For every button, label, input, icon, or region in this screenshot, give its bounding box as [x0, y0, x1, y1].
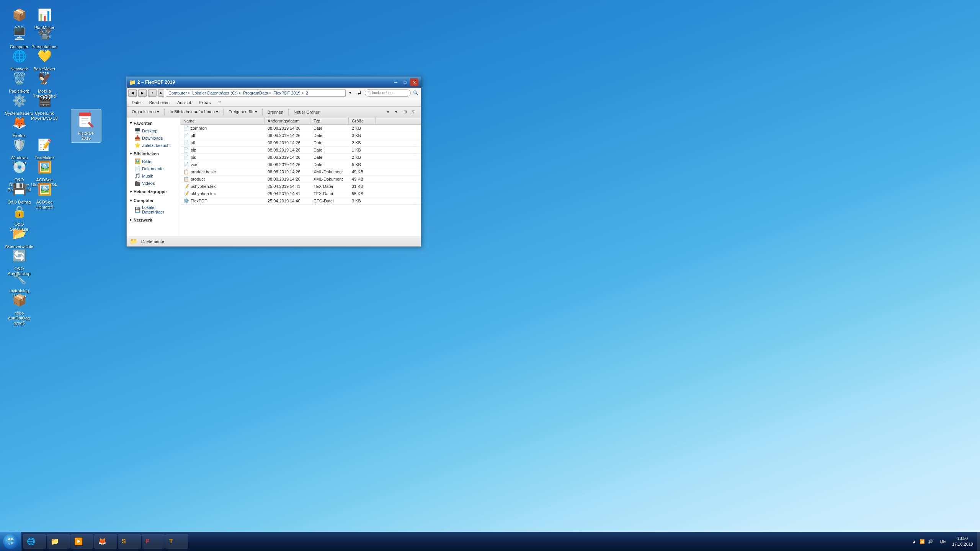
taskbar-wmp[interactable]: ▶️	[70, 534, 93, 549]
toolbar-neuer-ordner[interactable]: Neuer Ordner	[290, 108, 323, 116]
refresh-button[interactable]: ▸	[158, 89, 164, 97]
bilder-icon: 🖼️	[134, 158, 140, 164]
path-computer[interactable]: Computer	[168, 91, 187, 95]
sidebar-header-bibliotheken[interactable]: ▾ Bibliotheken	[127, 150, 180, 158]
menu-extras[interactable]: Extras	[195, 98, 214, 107]
path-2[interactable]: 2	[306, 91, 308, 95]
toolbar-freigeben[interactable]: Freigeben für ▾	[225, 108, 260, 116]
col-size[interactable]: Größe	[349, 117, 376, 124]
icon-img-acdsee-ultimate9: 🖼️	[35, 180, 54, 198]
file-row[interactable]: 📄 vce 08.08.2019 14:26 Datei 5 KB	[180, 161, 421, 168]
sidebar-header-favoriten[interactable]: ▾ Favoriten	[127, 119, 180, 127]
taskbar-ie[interactable]: 🌐	[23, 534, 46, 549]
file-row[interactable]: 📄 pff 08.08.2019 14:26 Datei 3 KB	[180, 132, 421, 139]
file-type-cell: Datei	[310, 154, 349, 161]
tray-arrows[interactable]: ▲	[912, 539, 916, 544]
col-name[interactable]: Name	[180, 117, 265, 124]
file-name: product.basic	[191, 170, 216, 174]
sidebar-zuletzt-label: Zuletzt besucht	[142, 143, 171, 148]
forward-button[interactable]: ▶	[138, 89, 147, 97]
taskbar-textmaker-t[interactable]: T	[165, 534, 188, 549]
address-path[interactable]: Computer ▸ Lokaler Datenträger (C:) ▸ Pr…	[166, 89, 346, 97]
toolbar-organisieren[interactable]: Organisieren ▾	[128, 108, 163, 116]
taskbar-clock[interactable]: 13:50 17.10.2019	[948, 536, 977, 548]
sidebar-header-computer[interactable]: ▸ Computer	[127, 196, 180, 204]
show-desktop-btn[interactable]	[977, 532, 980, 551]
addr-dropdown[interactable]: ▾	[347, 90, 353, 95]
file-row[interactable]: 📝 ushyphen.tex 25.04.2019 14:41 TEX-Date…	[180, 183, 421, 190]
sidebar-header-heimnetz[interactable]: ▸ Heimnetzgruppe	[127, 187, 180, 196]
clock-time: 13:50	[952, 536, 973, 541]
taskbar-lang[interactable]: DE	[938, 539, 948, 544]
zuletzt-icon: ⭐	[134, 142, 140, 148]
menu-ansicht[interactable]: Ansicht	[174, 98, 194, 107]
file-row[interactable]: 📋 product 08.08.2019 14:26 XML-Dokument …	[180, 176, 421, 183]
path-flexpdf[interactable]: FlexPDF 2019	[273, 91, 300, 95]
file-type-icon: 📄	[183, 133, 189, 138]
view-help-btn[interactable]: ?	[412, 108, 419, 116]
path-programdata[interactable]: ProgramData	[243, 91, 268, 95]
desktop-icon-nobo-autobackup[interactable]: 📦 nöbo auttOblOgg gypg5	[4, 289, 34, 328]
search-input[interactable]	[365, 89, 411, 97]
sidebar-item-bilder[interactable]: 🖼️ Bilder	[127, 158, 180, 165]
taskbar: 🌐 📁 ▶️ 🦊 S P T ▲ 📶 🔊 DE 13:50 17.10.2019	[0, 532, 980, 551]
taskbar-explorer[interactable]: 📁	[47, 534, 70, 549]
close-button[interactable]: ✕	[410, 78, 418, 86]
file-row[interactable]: 📝 ukhyphen.tex 25.04.2019 14:41 TEX-Date…	[180, 190, 421, 197]
col-type[interactable]: Typ	[310, 117, 349, 124]
file-row[interactable]: 📄 pip 08.08.2019 14:26 Datei 1 KB	[180, 147, 421, 154]
file-size-cell: 2 KB	[349, 125, 376, 132]
sidebar-lokaler-label: Lokaler Datenträger	[142, 205, 177, 214]
file-row[interactable]: 📄 pis 08.08.2019 14:26 Datei 2 KB	[180, 154, 421, 161]
view-details-btn[interactable]: ▾	[395, 108, 402, 116]
toolbar-in-bibliothek[interactable]: In Bibliothek aufnehmen ▾	[166, 108, 222, 116]
start-button[interactable]	[0, 532, 21, 551]
neuer-ordner-label: Neuer Ordner	[294, 110, 319, 114]
sidebar-item-dokumente[interactable]: 📄 Dokumente	[127, 165, 180, 172]
sidebar-item-downloads[interactable]: 📥 Downloads	[127, 134, 180, 142]
taskbar-firefox[interactable]: 🦊	[94, 534, 117, 549]
file-row[interactable]: 📄 common 08.08.2019 14:26 Datei 2 KB	[180, 125, 421, 132]
icon-img-firefox: 🦊	[10, 113, 28, 132]
sidebar-item-lokaler[interactable]: 💾 Lokaler Datenträger	[127, 204, 180, 215]
maximize-button[interactable]: □	[401, 78, 409, 86]
menu-help[interactable]: ?	[215, 98, 224, 107]
s-icon: S	[122, 538, 126, 545]
file-date-cell: 25.04.2019 14:41	[265, 183, 310, 190]
menu-datei[interactable]: Datei	[128, 98, 145, 107]
sidebar-item-musik[interactable]: 🎵 Musik	[127, 172, 180, 179]
ie-icon: 🌐	[27, 537, 35, 546]
taskbar-softmaker-s[interactable]: S	[118, 534, 141, 549]
view-list-btn[interactable]: ≡	[386, 108, 394, 116]
view-icons-btn[interactable]: ⊞	[403, 108, 411, 116]
sidebar-item-zuletzt[interactable]: ⭐ Zuletzt besucht	[127, 142, 180, 149]
dragged-icon-flexpdf[interactable]: FlexPDF 2019	[71, 109, 101, 143]
path-lokaler[interactable]: Lokaler Datenträger (C:)	[192, 91, 238, 95]
taskbar-presentations-p[interactable]: P	[142, 534, 165, 549]
bibliothek-label: In Bibliothek aufnehmen ▾	[170, 109, 218, 114]
search-icon[interactable]: 🔍	[412, 90, 419, 95]
file-type-cell: Datei	[310, 147, 349, 153]
minimize-button[interactable]: ─	[392, 78, 400, 86]
explorer-icon: 📁	[51, 537, 59, 546]
file-date-cell: 08.08.2019 14:26	[265, 147, 310, 153]
file-row[interactable]: 📄 pif 08.08.2019 14:26 Datei 2 KB	[180, 139, 421, 147]
sidebar-item-desktop[interactable]: 🖥️ Desktop	[127, 127, 180, 134]
file-row[interactable]: 📋 product.basic 08.08.2019 14:26 XML-Dok…	[180, 168, 421, 176]
up-button[interactable]: ↑	[148, 89, 157, 97]
sidebar-downloads-label: Downloads	[142, 136, 163, 140]
addr-nav2[interactable]: ⇄	[355, 90, 363, 95]
downloads-folder-icon: 📥	[134, 135, 140, 141]
toolbar-brennen[interactable]: Brennen	[264, 108, 287, 116]
file-name-cell: 📝 ukhyphen.tex	[180, 190, 265, 197]
menu-bearbeiten[interactable]: Bearbeiten	[146, 98, 173, 107]
file-type-cell: XML-Dokument	[310, 168, 349, 175]
icon-label-cyberlink-powerdvd: CyberLink PowerDVD 18	[31, 111, 58, 121]
file-row[interactable]: ⚙️ FlexPDF 25.04.2019 14:40 CFG-Datei 3 …	[180, 197, 421, 205]
file-name: pip	[191, 148, 196, 152]
sidebar-header-netzwerk[interactable]: ▸ Netzwerk	[127, 216, 180, 224]
musik-icon: 🎵	[134, 173, 140, 179]
back-button[interactable]: ◀	[128, 89, 137, 97]
col-date[interactable]: Änderungsdatum	[265, 117, 310, 124]
sidebar-item-videos[interactable]: 🎬 Videos	[127, 179, 180, 187]
